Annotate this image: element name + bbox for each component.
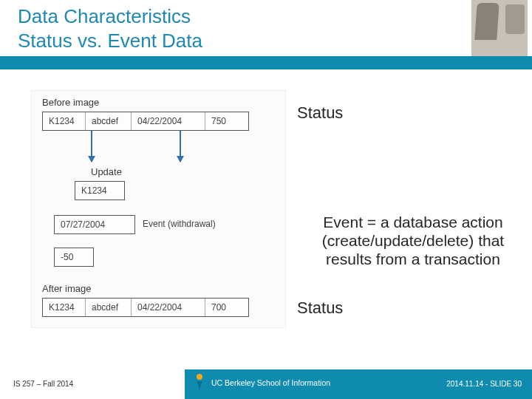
svg-point-0 — [197, 374, 202, 380]
before-c1: K1234 — [43, 112, 86, 130]
content-area: Before image K1234 abcdef 04/22/2004 750… — [25, 83, 504, 378]
update-row: K1234 — [75, 181, 125, 200]
slide: Data Characteristics Status vs. Event Da… — [0, 0, 532, 399]
footer-logo: UC Berkeley School of Information — [192, 372, 330, 393]
after-c1: K1234 — [43, 299, 86, 316]
after-c2: abcdef — [86, 299, 132, 316]
title-block: Data Characteristics Status vs. Event Da… — [18, 4, 202, 52]
footer: IS 257 – Fall 2014 UC Berkeley School of… — [0, 369, 532, 399]
event-amount-row: -50 — [54, 248, 94, 267]
after-row: K1234 abcdef 04/22/2004 700 — [42, 298, 249, 317]
before-label: Before image — [42, 97, 99, 108]
footer-org: UC Berkeley School of Information — [211, 378, 330, 387]
event-date-row: 07/27/2004 — [54, 215, 135, 234]
after-c4: 700 — [205, 299, 247, 316]
event-label: Event (withdrawal) — [143, 219, 216, 229]
status-label-2: Status — [297, 299, 343, 318]
before-row: K1234 abcdef 04/22/2004 750 — [42, 112, 249, 131]
diagram: Before image K1234 abcdef 04/22/2004 750… — [31, 90, 286, 328]
event-date: 07/27/2004 — [55, 216, 134, 233]
arrow-1a — [91, 131, 92, 162]
status-label-1: Status — [297, 103, 343, 123]
header: Data Characteristics Status vs. Event Da… — [0, 0, 532, 56]
event-definition: Event = a database action (create/update… — [321, 213, 505, 269]
arrow-1b — [180, 131, 181, 162]
event-amount: -50 — [55, 248, 93, 266]
before-c4: 750 — [205, 112, 247, 130]
before-c2: abcdef — [86, 112, 132, 130]
footer-left: IS 257 – Fall 2014 — [13, 380, 73, 388]
after-label: After image — [42, 283, 91, 294]
header-accent-strip — [0, 56, 532, 69]
title-line-2: Status vs. Event Data — [18, 29, 202, 53]
after-c3: 04/22/2004 — [132, 299, 205, 316]
before-c3: 04/22/2004 — [132, 112, 205, 130]
footer-right: 2014.11.14 - SLIDE 30 — [446, 380, 522, 388]
header-photo — [471, 0, 528, 56]
logo-icon — [192, 372, 207, 393]
title-line-1: Data Characteristics — [18, 4, 202, 29]
update-label: Update — [91, 166, 122, 177]
update-cell: K1234 — [75, 182, 124, 200]
